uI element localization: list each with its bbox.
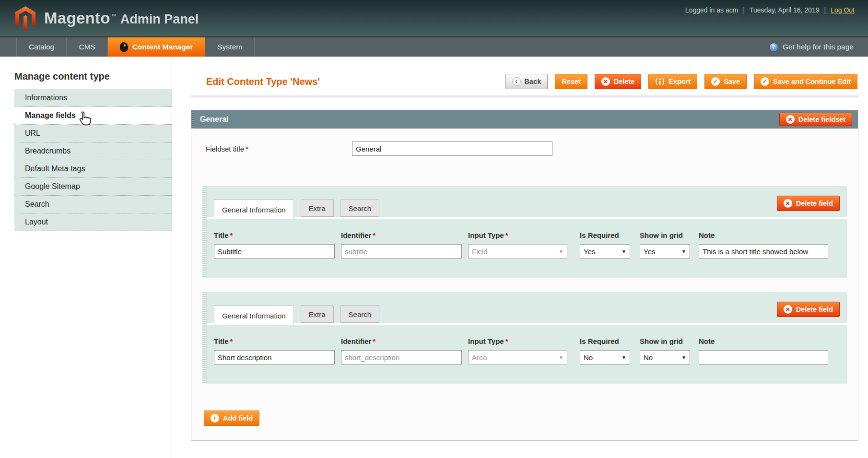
sidebar-menu: Informations Manage fields URL Breadcrum… (14, 89, 172, 231)
current-date: Tuesday, April 16, 2019 (750, 6, 820, 14)
nav-tab-label: Catalog (29, 43, 54, 51)
field-grid: Title* Identifier* Input Type* (214, 231, 847, 258)
field-card-subtitle: General Information Extra Search × Delet… (202, 186, 847, 278)
input-type-label: Input Type* (468, 231, 567, 239)
sidebar-item-breadcrumbs[interactable]: Breadcrumbs (14, 142, 172, 160)
input-type-column: Input Type* Field ▼ (468, 231, 567, 258)
get-help-link[interactable]: ? Get help for this page (769, 37, 868, 57)
label-text: Title (214, 231, 229, 239)
input-type-select[interactable]: Area ▼ (468, 350, 567, 364)
circle-plus-icon: + (211, 414, 219, 423)
field-tabs: General Information Extra Search (214, 305, 847, 323)
sidebar-item-search[interactable]: Search (14, 196, 172, 213)
tab-search[interactable]: Search (340, 200, 380, 217)
nav-tab-content-manager[interactable]: Content Manager (108, 37, 206, 57)
identifier-label: Identifier* (341, 337, 462, 345)
save-and-continue-button[interactable]: ✓ Save and Continue Edit (754, 74, 857, 89)
app-header: Magento ™ Admin Panel Logged in as acm |… (0, 0, 868, 36)
sidebar-item-label: Informations (25, 94, 67, 102)
tab-label: General Information (222, 206, 286, 214)
reset-button[interactable]: Reset (555, 74, 587, 89)
sidebar-item-label: Layout (25, 218, 48, 226)
sidebar-item-manage-fields[interactable]: Manage fields (14, 107, 172, 125)
tab-label: Extra (309, 204, 326, 212)
sidebar-item-url[interactable]: URL (14, 125, 172, 142)
title-column: Title* (214, 231, 335, 258)
tab-search[interactable]: Search (340, 305, 380, 323)
show-in-grid-label: Show in grid (640, 337, 690, 345)
toolbar: ‹ Back Reset × Delete (505, 74, 857, 89)
tab-general-information[interactable]: General Information (214, 200, 294, 219)
app-title: Admin Panel (120, 12, 199, 27)
note-input[interactable] (699, 244, 828, 258)
title-column: Title* (214, 337, 335, 364)
tab-label: Extra (309, 310, 326, 318)
field-card-short-description: General Information Extra Search × Delet… (202, 292, 847, 384)
note-label: Note (699, 231, 828, 239)
chevron-down-icon: ▼ (681, 355, 686, 360)
nav-tab-label: CMS (79, 43, 95, 51)
is-required-select[interactable]: Yes ▼ (580, 244, 630, 258)
add-field-button[interactable]: + Add field (204, 411, 259, 426)
label-text: Input Type (468, 231, 504, 239)
main-panel: Edit Content Type 'News' ‹ Back Reset × … (191, 57, 858, 441)
identifier-input[interactable] (341, 244, 462, 258)
note-input[interactable] (699, 350, 828, 364)
nav-tab-system[interactable]: System (205, 37, 255, 57)
nav-tab-cms[interactable]: CMS (67, 37, 107, 57)
sidebar-item-informations[interactable]: Informations (14, 89, 172, 107)
sidebar-item-google-sitemap[interactable]: Google Sitemap (14, 178, 172, 196)
sidebar-item-default-meta-tags[interactable]: Default Meta tags (14, 160, 172, 178)
show-in-grid-select[interactable]: No ▼ (640, 350, 690, 364)
sidebar-item-label: URL (25, 129, 40, 137)
required-marker: * (230, 337, 233, 345)
title-label: Title* (214, 231, 335, 239)
tab-extra[interactable]: Extra (301, 305, 334, 323)
show-in-grid-select[interactable]: Yes ▼ (640, 244, 690, 258)
back-button[interactable]: ‹ Back (505, 74, 548, 89)
save-and-continue-label: Save and Continue Edit (773, 78, 851, 85)
is-required-column: Is Required No ▼ (580, 337, 630, 364)
export-button[interactable]: Export (648, 74, 697, 89)
separator: | (743, 6, 745, 14)
is-required-select[interactable]: No ▼ (580, 350, 630, 364)
title-input[interactable] (214, 244, 335, 258)
sidebar-item-layout[interactable]: Layout (14, 213, 172, 231)
show-in-grid-column: Show in grid No ▼ (640, 337, 690, 364)
identifier-input[interactable] (341, 350, 462, 364)
chevron-down-icon: ▼ (622, 249, 626, 254)
trademark-symbol: ™ (111, 13, 117, 19)
fieldset-title-input[interactable] (352, 141, 552, 156)
delete-fieldset-button[interactable]: × Delete fieldset (779, 113, 852, 126)
nav-tab-label: System (217, 43, 242, 51)
select-value: No (644, 353, 653, 362)
is-required-label: Is Required (580, 337, 630, 345)
title-input[interactable] (214, 350, 335, 364)
label-text: Fieldset title (206, 145, 244, 153)
save-button[interactable]: ✓ Save (704, 74, 747, 89)
required-marker: * (505, 337, 508, 345)
select-value: Area (472, 353, 487, 362)
select-value: Yes (584, 247, 595, 256)
required-marker: * (246, 145, 248, 153)
delete-field-button[interactable]: × Delete field (777, 196, 840, 211)
magento-logo-icon (14, 6, 36, 31)
circle-x-icon: × (786, 115, 795, 124)
show-in-grid-label: Show in grid (640, 231, 690, 239)
label-text: Show in grid (640, 231, 683, 239)
tab-general-information[interactable]: General Information (214, 305, 294, 325)
session-info: Logged in as acm | Tuesday, April 16, 20… (685, 6, 855, 14)
logout-link[interactable]: Log Out (831, 6, 855, 14)
back-arrow-icon: ‹ (512, 77, 521, 86)
delete-button[interactable]: × Delete (595, 74, 642, 89)
page-title: Edit Content Type 'News' (206, 76, 320, 87)
sidebar-item-label: Manage fields (25, 111, 76, 119)
nav-tab-catalog[interactable]: Catalog (16, 37, 67, 57)
delete-fieldset-label: Delete fieldset (798, 116, 845, 123)
label-text: Note (699, 337, 715, 345)
main-nav: Catalog CMS Content Manager System ? Get… (0, 36, 868, 57)
label-text: Is Required (580, 337, 619, 345)
input-type-select[interactable]: Field ▼ (468, 244, 567, 258)
tab-extra[interactable]: Extra (301, 200, 334, 217)
delete-field-button[interactable]: × Delete field (777, 302, 840, 317)
